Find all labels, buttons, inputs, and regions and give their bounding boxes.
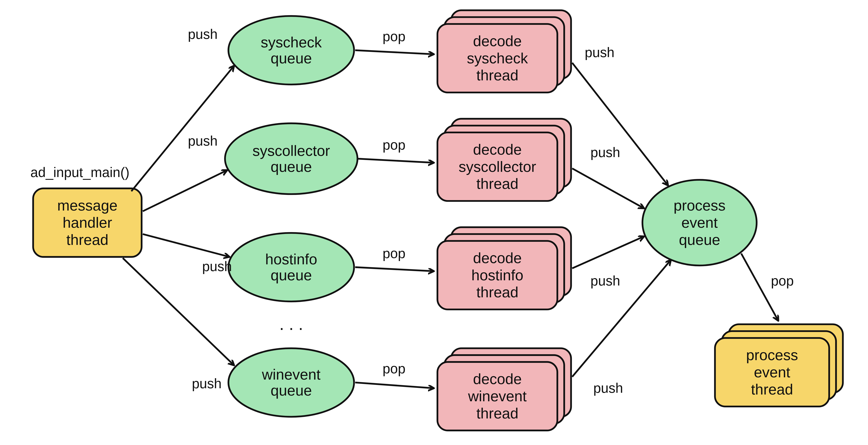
push-label-4: push (192, 376, 221, 391)
arrow-dec-winevent-push (572, 260, 671, 377)
winevent-q-line1: winevent (262, 366, 321, 383)
ad-input-main-label: ad_input_main() (30, 165, 129, 180)
pet-line1: process (746, 347, 798, 363)
process-event-thread-node: process event thread (715, 324, 843, 407)
dec-winevent-line1: decode (473, 371, 522, 387)
dec-winevent-line3: thread (476, 405, 518, 421)
dec-syscheck-line3: thread (476, 67, 518, 84)
pop-label-1: pop (383, 29, 406, 44)
pet-line3: thread (751, 381, 793, 398)
dec-syscollector-line1: decode (473, 141, 522, 158)
arrow-msg-to-winevent (123, 258, 234, 365)
arrow-msg-to-syscheck (131, 66, 234, 191)
decode-syscheck-thread-node: decode syscheck thread (437, 10, 571, 93)
syscheck-q-line1: syscheck (261, 34, 322, 51)
push-label-5: push (585, 45, 614, 60)
arrow-dec-hostinfo-push (572, 236, 644, 268)
pop-label-4: pop (383, 361, 406, 376)
push-label-6: push (590, 145, 620, 160)
syscheck-queue-node: syscheck queue (228, 16, 354, 85)
dec-hostinfo-line3: thread (476, 284, 518, 300)
hostinfo-queue-node: hostinfo queue (228, 233, 354, 301)
decode-syscollector-thread-node: decode syscollector thread (437, 119, 571, 201)
pet-line2: event (754, 364, 790, 380)
push-label-2: push (188, 133, 218, 149)
dec-hostinfo-line2: hostinfo (471, 267, 523, 283)
winevent-queue-node: winevent queue (228, 348, 354, 417)
winevent-q-line2: queue (271, 382, 312, 399)
push-label-1: push (188, 27, 218, 42)
arrow-hostinfo-pop (355, 267, 434, 271)
peq-line2: event (681, 214, 718, 231)
syscollector-q-line2: queue (271, 158, 312, 175)
dec-syscheck-line2: syscheck (467, 50, 528, 66)
message-handler-thread-node: message handler thread (33, 189, 142, 257)
dec-syscollector-line2: syscollector (459, 158, 536, 175)
process-event-queue-node: process event queue (643, 180, 757, 265)
pop-label-3: pop (383, 246, 406, 261)
push-label-7: push (590, 273, 620, 288)
dec-syscollector-line3: thread (476, 176, 518, 192)
syscollector-q-line1: syscollector (252, 142, 330, 159)
push-label-8: push (593, 380, 623, 396)
dec-winevent-line2: winevent (468, 388, 527, 404)
arrow-msg-to-syscollector (143, 170, 227, 211)
thread-queue-diagram: ad_input_main() message handler thread s… (0, 0, 868, 445)
arrow-winevent-pop (355, 383, 434, 388)
decode-winevent-thread-node: decode winevent thread (437, 348, 571, 431)
hostinfo-q-line2: queue (271, 267, 312, 283)
peq-line1: process (674, 197, 725, 214)
syscheck-q-line2: queue (271, 50, 312, 66)
push-label-3: push (202, 259, 232, 274)
hostinfo-q-line1: hostinfo (265, 251, 317, 267)
pop-label-5: pop (771, 273, 794, 288)
msg-handler-line1: message (57, 197, 118, 214)
arrow-msg-to-hostinfo (143, 234, 229, 257)
syscollector-queue-node: syscollector queue (225, 123, 358, 194)
decode-hostinfo-thread-node: decode hostinfo thread (437, 227, 571, 310)
peq-line3: queue (679, 231, 720, 248)
arrow-syscheck-pop (355, 50, 434, 54)
msg-handler-line2: handler (63, 214, 112, 231)
arrow-dec-syscollector-push (572, 168, 644, 208)
arrow-syscollector-pop (358, 159, 434, 163)
dec-syscheck-line1: decode (473, 33, 522, 49)
msg-handler-line3: thread (66, 231, 108, 248)
arrow-dec-syscheck-push (572, 63, 668, 186)
dec-hostinfo-line1: decode (473, 250, 522, 266)
ellipsis-label: . . . (279, 315, 303, 333)
pop-label-2: pop (383, 137, 406, 153)
